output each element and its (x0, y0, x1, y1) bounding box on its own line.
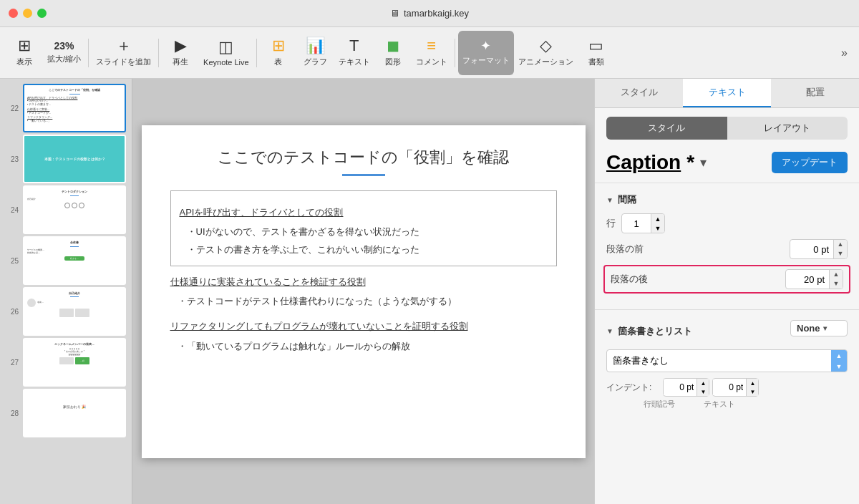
indent-after-up[interactable]: ▲ (747, 379, 758, 387)
bullets-header[interactable]: ▼ 箇条書きとリスト None ▾ (606, 320, 848, 342)
after-stepper-up[interactable]: ▲ (830, 270, 843, 279)
slide-title-underline (342, 174, 385, 176)
table-button[interactable]: ⊞ 表 (260, 31, 297, 75)
slide-item-28[interactable]: 28 家伝おわり 🎉 (6, 389, 126, 437)
animation-button[interactable]: ◇ アニメーション (514, 31, 578, 75)
close-button[interactable] (9, 9, 18, 18)
slide-title: ここでのテストコードの「役割」を確認 (170, 147, 557, 168)
minimize-button[interactable] (23, 9, 32, 18)
spacing-label: 間隔 (618, 193, 636, 206)
font-dropdown-arrow[interactable]: ▾ (700, 155, 707, 170)
comment-button[interactable]: ≡ コメント (412, 31, 452, 75)
document-button[interactable]: ▭ 書類 (578, 31, 615, 75)
document-icon: ▭ (588, 38, 603, 54)
slide-thumb-28[interactable]: 家伝おわり 🎉 (23, 389, 126, 437)
panel-tabs: スタイル テキスト 配置 (595, 79, 859, 108)
after-input[interactable] (786, 271, 829, 288)
slide-item-22[interactable]: 22 ここでのテストコードの「役割」を確認 APIを呼び出す、ドライバとしての役… (6, 84, 126, 132)
slide-thumb-25[interactable]: 全体像 サービスの概要... 技術的な話... 続きを... (23, 236, 126, 285)
title-icon: 🖥 (390, 8, 399, 19)
style-tab-layout[interactable]: レイアウト (727, 117, 848, 140)
before-label: 段落の前 (606, 243, 790, 256)
style-tab-style[interactable]: スタイル (606, 117, 727, 140)
format-icon: ✦ (480, 39, 491, 52)
slide-item-23[interactable]: 23 本題：テストコードの役割とは何か？ (6, 135, 126, 183)
view-button[interactable]: ⊞ 表示 (6, 31, 43, 75)
indent-before-input[interactable] (664, 379, 697, 395)
shape-button[interactable]: ◼ 図形 (374, 31, 412, 75)
slide-section-1: APIを呼び出す、ドライバとしての役割 ・UIがないので、テストを書かざるを得な… (170, 190, 557, 266)
slide-25-content: 全体像 サービスの概要... 技術的な話... 続きを... (24, 238, 125, 263)
slide-thumb-26[interactable]: 自己紹介 名前... (23, 287, 126, 336)
before-stepper-down[interactable]: ▼ (834, 249, 847, 258)
keynote-live-button[interactable]: ◫ Keynote Live (199, 31, 253, 75)
zoom-button[interactable]: 23% 拡大/縮小 (43, 31, 85, 75)
tab-text[interactable]: テキスト (683, 79, 771, 107)
indent-before-down[interactable]: ▼ (697, 387, 709, 396)
chart-icon: 📊 (306, 38, 325, 54)
line-stepper: ▲ ▼ (651, 214, 664, 233)
slides-panel: 22 ここでのテストコードの「役割」を確認 APIを呼び出す、ドライバとしての役… (0, 79, 132, 504)
shape-icon: ◼ (387, 38, 399, 54)
font-asterisk: * (686, 151, 694, 174)
slide-item-25[interactable]: 25 全体像 サービスの概要... 技術的な話... 続きを... (6, 236, 126, 285)
indent-after-input[interactable] (713, 379, 746, 395)
traffic-lights (9, 9, 47, 18)
slide-num-25: 25 (6, 257, 19, 265)
slide-item-26[interactable]: 26 自己紹介 名前... (6, 287, 126, 336)
slide-num-23: 23 (6, 155, 19, 163)
section3-title: リファクタリングしてもプログラムが壊れていないことを証明する役割 (170, 318, 557, 334)
bullets-none-up[interactable]: ▲ (831, 350, 847, 361)
update-button[interactable]: アップデート (772, 152, 848, 173)
line-stepper-down[interactable]: ▼ (651, 223, 664, 233)
document-label: 書類 (588, 57, 604, 67)
section2-title: 仕様通りに実装されていることを検証する役割 (170, 273, 557, 290)
section1-bullet1: ・UIがないので、テストを書かざるを得ない状況だった (187, 223, 548, 240)
slide-canvas: ここでのテストコードの「役割」を確認 APIを呼び出す、ドライバとしての役割 ・… (142, 125, 586, 458)
line-label: 行 (606, 217, 616, 230)
format-button[interactable]: ✦ フォーマット (458, 31, 514, 75)
tab-style[interactable]: スタイル (595, 79, 683, 107)
add-slide-label: スライドを追加 (96, 57, 151, 67)
slide-thumb-22[interactable]: ここでのテストコードの「役割」を確認 APIを呼び出す、ドライバとしての役割 •… (23, 84, 126, 132)
slide-item-27[interactable]: 27 ニックネームメンバーの発表... ▲▲▲▲▲ * 次の合宿お楽しみ * y… (6, 338, 126, 387)
play-label: 再生 (173, 57, 188, 67)
play-button[interactable]: ▶ 再生 (162, 31, 199, 75)
format-label: フォーマット (462, 55, 510, 66)
tab-arrange[interactable]: 配置 (771, 79, 859, 107)
after-paragraph-row: 段落の後 ▲ ▼ (603, 265, 850, 294)
text-button[interactable]: T テキスト (334, 31, 374, 75)
spacing-triangle: ▼ (606, 196, 613, 204)
chart-button[interactable]: 📊 グラフ (297, 31, 334, 75)
slide-content: APIを呼び出す、ドライバとしての役割 ・UIがないので、テストを書かざるを得な… (170, 190, 557, 355)
after-stepper-down[interactable]: ▼ (830, 279, 843, 289)
spacing-section: ▼ 間隔 行 1 ▲ ▼ 段落の前 (595, 186, 859, 306)
slide-num-22: 22 (6, 105, 19, 112)
indent-after-down[interactable]: ▼ (747, 387, 758, 396)
slide-28-content: 家伝おわり 🎉 (24, 390, 125, 412)
bullets-none-row: 箇条書きなし ▲ ▼ (606, 349, 848, 372)
expand-toolbar-button[interactable]: » (835, 44, 853, 62)
separator3 (256, 39, 257, 67)
shape-label: 図形 (385, 57, 401, 67)
maximize-button[interactable] (37, 9, 47, 18)
slide-thumb-23[interactable]: 本題：テストコードの役割とは何か？ (23, 135, 126, 183)
bullets-type-dropdown[interactable]: None ▾ (790, 320, 848, 336)
slide-item-24[interactable]: 24 テントロダクション 自己紹介 (6, 185, 126, 234)
indent-before-up[interactable]: ▲ (697, 379, 709, 387)
slide-thumb-27[interactable]: ニックネームメンバーの発表... ▲▲▲▲▲ * 次の合宿お楽しみ * yyyy… (23, 338, 126, 387)
after-label: 段落の後 (611, 273, 785, 286)
before-input[interactable] (790, 241, 833, 258)
bullets-none-option: None (797, 323, 820, 334)
bullets-none-down[interactable]: ▼ (831, 361, 847, 372)
line-stepper-up[interactable]: ▲ (651, 214, 664, 223)
style-sub-tabs: スタイル レイアウト (606, 117, 848, 140)
bullets-dropdown-arrow: ▾ (823, 324, 827, 332)
add-slide-button[interactable]: ＋ スライドを追加 (92, 31, 155, 75)
zoom-icon: 23% (54, 41, 74, 51)
spacing-header[interactable]: ▼ 間隔 (606, 193, 848, 206)
before-input-group: ▲ ▼ (790, 239, 848, 259)
line-spacing-row: 行 1 ▲ ▼ (606, 213, 848, 233)
before-stepper-up[interactable]: ▲ (834, 240, 847, 249)
slide-thumb-24[interactable]: テントロダクション 自己紹介 (23, 185, 126, 234)
